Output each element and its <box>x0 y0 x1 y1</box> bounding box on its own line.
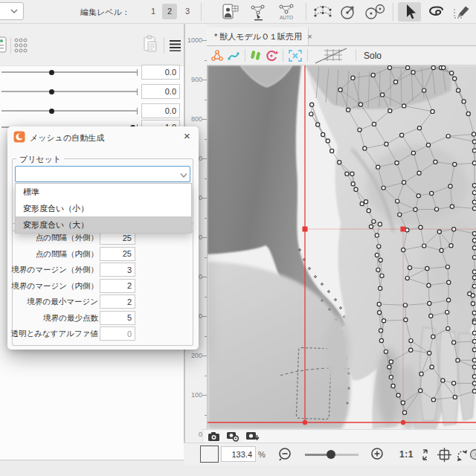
grid-center-icon[interactable] <box>437 447 452 463</box>
percent-label: % <box>258 450 266 459</box>
playback-icon[interactable] <box>250 49 262 62</box>
edit-level-3[interactable]: 3 <box>180 4 195 19</box>
dropdown-item[interactable]: 標準 <box>16 184 191 200</box>
mesh-edit-icon <box>248 3 268 21</box>
zoom-value-input[interactable] <box>221 446 256 462</box>
tab-title: * 獣人モデル０１販売用 <box>214 31 302 42</box>
solo-label[interactable]: Solo <box>364 51 382 61</box>
arrow-tool-icon <box>399 2 421 22</box>
field-value-input[interactable] <box>100 279 135 293</box>
ruler-label: 100 <box>186 391 202 399</box>
warp-deformer-button[interactable] <box>361 2 388 22</box>
mesh-auto-generate-button[interactable]: AUTO <box>272 2 300 22</box>
view-toolbar: Solo <box>207 46 476 65</box>
parameter-panel-header <box>0 24 184 66</box>
snapshot-bar <box>202 429 476 443</box>
field-value-input[interactable] <box>100 327 135 341</box>
zoom-slider-handle[interactable] <box>327 450 335 459</box>
brush-selection-tool-button[interactable] <box>450 2 474 22</box>
parameter-slider-row <box>0 83 184 100</box>
cubism-editor-window: 編集レベル： 1 2 3 AUTO <box>0 0 476 476</box>
parameter-value-input[interactable] <box>141 84 180 99</box>
dropdown-item[interactable]: 変形度合い（小） <box>16 200 191 216</box>
slider-handle[interactable] <box>49 89 54 94</box>
document-tab[interactable]: * 獣人モデル０１販売用 × <box>207 28 309 45</box>
field-label: 点の間隔（内側） <box>7 247 98 261</box>
toggle-icon[interactable] <box>469 448 476 461</box>
ruler-label: 0 <box>186 431 202 438</box>
ruler-label: 800 <box>186 115 202 123</box>
field-value-input[interactable] <box>100 295 135 309</box>
parameter-value-input[interactable] <box>141 65 180 80</box>
fit-view-icon[interactable] <box>417 447 433 463</box>
dropdown-item[interactable]: 変形度合い（大） <box>16 216 191 233</box>
chevron-down-icon <box>10 8 19 14</box>
tool-dropdown[interactable] <box>0 2 24 20</box>
field-label: 境界の最小マージン <box>7 295 98 309</box>
rotate-deformer-icon <box>338 3 358 21</box>
field-value-input[interactable] <box>100 311 135 325</box>
field-label: 境界のマージン（外側） <box>7 263 98 277</box>
edit-level-label: 編集レベル： <box>80 7 130 18</box>
model-canvas[interactable] <box>207 65 476 429</box>
parameter-slider-row <box>0 64 184 80</box>
mesh-icon[interactable] <box>210 49 224 62</box>
mesh-edit-button[interactable] <box>247 2 269 22</box>
main-toolbar: 編集レベル： 1 2 3 AUTO <box>0 0 476 24</box>
slider-track[interactable] <box>1 110 137 112</box>
pane-bottom-margin <box>184 465 476 476</box>
ruler-label: 900 <box>186 76 202 83</box>
actual-size-button[interactable]: 1:1 <box>399 449 414 460</box>
arrow-tool-button[interactable] <box>398 2 421 22</box>
lasso-tool-button[interactable] <box>425 2 448 22</box>
slider-handle[interactable] <box>49 109 54 114</box>
ruler-label: 200 <box>186 352 202 359</box>
camera-settings-icon[interactable] <box>226 431 239 442</box>
document-tab-strip: * 獣人モデル０１販売用 × <box>207 24 476 46</box>
canvas-artwork <box>208 65 476 429</box>
brush-selection-tool-icon <box>451 3 473 21</box>
bounding-box-icon[interactable] <box>288 49 303 62</box>
field-value-input[interactable] <box>100 263 135 277</box>
mesh-auto-generate-icon: AUTO <box>274 3 299 21</box>
parameter-slider-row <box>0 103 184 119</box>
field-label: 境界のマージン（内側） <box>7 279 98 293</box>
clipboard-icon[interactable] <box>142 34 160 55</box>
deformer-path-button[interactable] <box>311 2 335 22</box>
curve-icon[interactable] <box>227 49 240 62</box>
model-image-icon <box>220 3 239 21</box>
parameter-palette-icon[interactable] <box>0 36 7 54</box>
model-image-button[interactable] <box>219 2 241 22</box>
preset-dropdown-list: 標準 変形度合い（小） 変形度合い（大） <box>15 183 192 234</box>
edit-level-1[interactable]: 1 <box>146 4 161 19</box>
rotate-view-icon[interactable] <box>454 447 471 463</box>
panel-bottom-margin <box>0 460 184 476</box>
slider-track[interactable] <box>1 71 137 73</box>
camera-export-icon[interactable] <box>245 431 260 442</box>
grid-off-icon[interactable] <box>312 48 351 64</box>
rotate-icon[interactable] <box>265 49 278 62</box>
field-label: 境界の最少点数 <box>7 311 98 325</box>
field-label: 透明とみなすアルファ値 <box>7 327 98 341</box>
zoom-out-icon[interactable] <box>277 447 292 462</box>
parameter-value-input[interactable] <box>141 103 180 118</box>
canvas-color-swatch[interactable] <box>200 446 219 463</box>
close-tab-icon[interactable]: × <box>307 32 312 41</box>
menu-icon[interactable] <box>169 39 181 51</box>
canvas-status-bar: % 1:1 <box>184 443 476 466</box>
camera-icon[interactable] <box>208 431 220 442</box>
auto-mesh-dialog: メッシュの自動生成 × プリセット 標準 変形度合い（小） 変形度合い（大） 点… <box>7 126 199 350</box>
ruler-label: 1000 <box>186 36 202 44</box>
rotate-deformer-button[interactable] <box>336 2 360 22</box>
field-value-input[interactable] <box>100 247 135 261</box>
zoom-in-icon[interactable] <box>370 447 385 462</box>
parameter-group-icon[interactable] <box>14 37 28 54</box>
mesh-settings-form: 点の間隔（外側）点の間隔（内側）境界のマージン（外側）境界のマージン（内側）境界… <box>7 126 199 350</box>
deformer-path-icon <box>312 3 333 21</box>
warp-deformer-icon <box>363 3 387 21</box>
slider-track[interactable] <box>1 91 137 92</box>
slider-handle[interactable] <box>49 70 54 75</box>
edit-level-2[interactable]: 2 <box>162 4 177 19</box>
svg-text:AUTO: AUTO <box>280 15 293 20</box>
lasso-tool-icon <box>425 3 448 21</box>
